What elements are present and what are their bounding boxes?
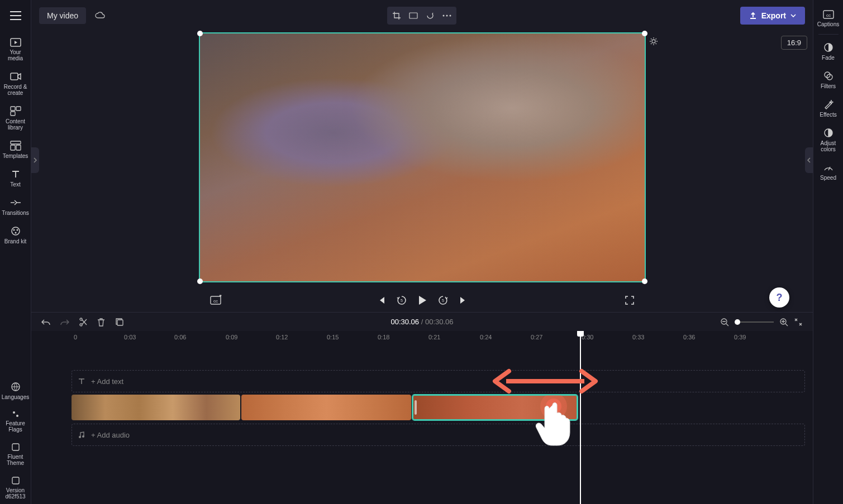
delete-button[interactable] <box>97 318 105 327</box>
aspect-ratio-button[interactable]: 16:9 <box>781 36 807 50</box>
ellipsis-icon <box>442 15 451 17</box>
expand-left-panel-button[interactable] <box>31 147 39 173</box>
rotate-button[interactable] <box>422 8 439 23</box>
svg-point-20 <box>449 15 451 17</box>
export-button[interactable]: Export <box>740 7 805 25</box>
skip-forward-icon <box>459 296 468 305</box>
svg-rect-3 <box>16 107 21 111</box>
chevron-left-icon <box>807 157 811 164</box>
svg-rect-6 <box>11 145 15 150</box>
video-clip-2[interactable] <box>241 395 411 420</box>
undo-button[interactable] <box>41 318 50 326</box>
ruler-tick: 0:09 <box>226 334 237 340</box>
text-icon <box>11 169 21 179</box>
zoom-in-button[interactable] <box>779 318 788 327</box>
record-icon <box>10 71 21 81</box>
sidebar-item-transitions[interactable]: Transitions <box>1 192 30 220</box>
preview-area: 16:9 <box>31 31 813 289</box>
canvas-settings-button[interactable] <box>649 37 658 46</box>
rewind-5s-button[interactable]: 5 <box>396 295 407 306</box>
left-sidebar: Your media Record & create Content libra… <box>0 0 31 504</box>
sidebar-item-effects[interactable]: Effects <box>815 94 842 122</box>
sidebar-item-your-media[interactable]: Your media <box>1 31 30 66</box>
fit-icon <box>409 12 418 19</box>
crop-button[interactable] <box>388 8 405 23</box>
auto-captions-button[interactable]: cc <box>210 295 223 306</box>
zoom-slider-thumb[interactable] <box>735 319 740 325</box>
resize-handle-br[interactable] <box>642 279 647 284</box>
video-clip-3-selected[interactable]: Rock formations in canyon <box>412 395 578 420</box>
sidebar-item-label: Content library <box>2 118 29 131</box>
help-button[interactable]: ? <box>769 287 789 308</box>
skip-forward-button[interactable] <box>459 296 468 305</box>
cc-generate-icon: cc <box>210 295 223 306</box>
video-canvas[interactable] <box>199 32 646 282</box>
speed-icon <box>823 162 834 172</box>
ruler-tick: 0:21 <box>428 334 440 340</box>
text-track-placeholder[interactable]: + Add text <box>72 370 805 392</box>
svg-rect-1 <box>11 73 18 80</box>
templates-icon <box>10 141 21 151</box>
sidebar-item-speed[interactable]: Speed <box>815 157 842 185</box>
hamburger-menu-button[interactable] <box>4 4 27 27</box>
sidebar-item-templates[interactable]: Templates <box>1 135 30 164</box>
expand-right-panel-button[interactable] <box>805 147 813 173</box>
svg-point-32 <box>82 435 84 438</box>
sync-status-button[interactable] <box>92 8 108 23</box>
text-icon <box>78 377 85 385</box>
play-button[interactable] <box>417 295 427 306</box>
sidebar-item-captions[interactable]: cc Captions <box>815 4 842 32</box>
svg-rect-16 <box>12 477 19 484</box>
sidebar-item-text[interactable]: Text <box>1 164 30 192</box>
video-clip-1[interactable] <box>72 395 240 420</box>
zoom-out-button[interactable] <box>720 318 729 327</box>
fit-button[interactable] <box>405 8 422 23</box>
more-options-button[interactable] <box>439 8 455 23</box>
sidebar-item-fade[interactable]: Fade <box>815 37 842 65</box>
forward-5s-button[interactable]: 5 <box>437 295 449 306</box>
brand-kit-icon <box>10 226 21 236</box>
play-icon <box>417 295 427 306</box>
zoom-fit-button[interactable] <box>794 318 803 327</box>
svg-point-11 <box>15 232 16 234</box>
sidebar-item-fluent-theme[interactable]: Fluent Theme <box>1 437 30 471</box>
sidebar-item-label: Effects <box>820 112 836 118</box>
zoom-slider[interactable] <box>735 321 774 323</box>
duplicate-button[interactable] <box>115 318 124 327</box>
library-icon <box>10 106 21 116</box>
project-title-button[interactable]: My video <box>39 7 86 24</box>
playhead[interactable] <box>580 331 581 504</box>
sidebar-item-record-create[interactable]: Record & create <box>1 66 30 100</box>
split-button[interactable] <box>79 318 87 327</box>
filters-icon <box>823 71 834 81</box>
sidebar-item-version[interactable]: Version d62f513 <box>1 471 30 504</box>
sidebar-item-content-library[interactable]: Content library <box>1 100 30 135</box>
timeline-ruler[interactable]: 0 0:03 0:06 0:09 0:12 0:15 0:18 0:21 0:2… <box>31 331 813 342</box>
redo-button[interactable] <box>60 318 69 326</box>
fullscreen-button[interactable] <box>625 296 634 305</box>
skip-back-button[interactable] <box>377 296 386 305</box>
sidebar-item-label: Brand kit <box>4 238 26 244</box>
ruler-tick: 0:39 <box>734 334 746 340</box>
right-sidebar: cc Captions Fade Filters Effects Adjust … <box>813 0 843 504</box>
ruler-tick: 0:03 <box>124 334 136 340</box>
video-track: Rock formations in canyon <box>72 395 805 420</box>
sidebar-item-languages[interactable]: Languages <box>1 376 30 405</box>
svg-text:5: 5 <box>442 299 444 303</box>
audio-track-placeholder[interactable]: + Add audio <box>72 424 805 446</box>
fullscreen-icon <box>625 296 634 305</box>
sidebar-item-adjust-colors[interactable]: Adjust colors <box>815 122 842 157</box>
languages-icon <box>11 382 21 392</box>
sidebar-item-label: Version d62f513 <box>2 487 29 500</box>
svg-text:5: 5 <box>401 299 403 303</box>
sidebar-item-feature-flags[interactable]: Feature Flags <box>1 405 30 437</box>
resize-handle-tl[interactable] <box>197 31 203 36</box>
sidebar-item-filters[interactable]: Filters <box>815 65 842 94</box>
sidebar-item-brand-kit[interactable]: Brand kit <box>1 220 30 249</box>
resize-handle-tr[interactable] <box>642 31 647 36</box>
svg-point-38 <box>825 72 830 78</box>
resize-handle-bl[interactable] <box>197 279 203 284</box>
svg-point-14 <box>16 415 18 417</box>
ruler-zero: 0 <box>74 334 77 340</box>
chevron-down-icon <box>790 14 796 17</box>
